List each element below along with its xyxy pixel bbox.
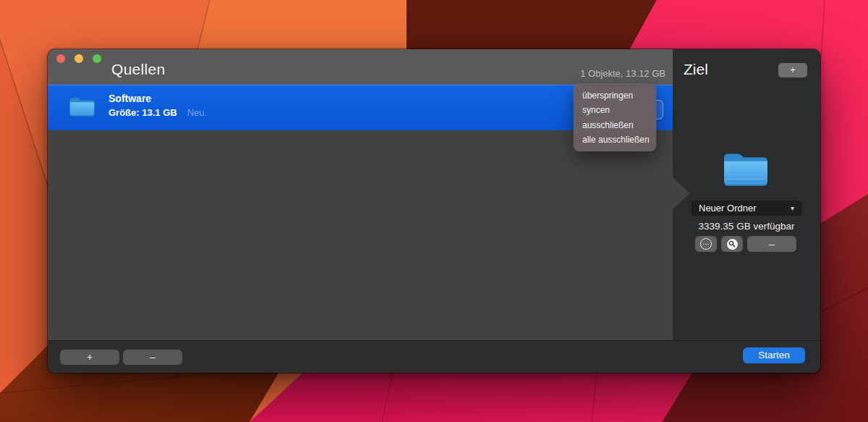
reveal-button[interactable] [721,236,743,252]
page-title: Quellen [111,61,165,78]
menu-item-alle-ausschliessen[interactable]: alle ausschließen [574,133,656,146]
destination-folder-name: Neuer Ordner [699,203,756,214]
menu-item-syncen[interactable]: syncen [574,104,656,117]
destination-folder-select[interactable]: Neuer Ordner ▾ [692,201,801,216]
close-button[interactable] [56,54,65,63]
add-source-button[interactable]: + [60,350,119,365]
chevron-down-icon: ▾ [791,204,794,212]
remove-source-button[interactable]: – [123,350,182,365]
target-mini-toolbar: ⋯ – [695,236,796,252]
context-menu: überspringen syncen ausschließen alle au… [574,84,656,151]
source-row-text: Software Größe: 13.1 GBNeu. [109,93,207,118]
traffic-lights [56,54,101,63]
remove-target-button[interactable]: – [747,236,796,252]
source-size-value: Größe: 13.1 GB [109,107,177,118]
panel-arrow [673,177,690,209]
ellipsis-icon: ⋯ [700,238,712,250]
start-button[interactable]: Starten [743,347,805,363]
titlebar: Quellen 1 Objekte, 13.12 GB [48,49,673,85]
minimize-button[interactable] [75,54,83,63]
zoom-button[interactable] [93,54,101,63]
app-window: Quellen 1 Objekte, 13.12 GB Software Grö… [48,49,820,373]
sources-toolbar: + – [48,340,673,373]
target-folder-icon [722,148,770,187]
source-name: Software [109,93,207,104]
source-new-badge: Neu. [187,107,207,118]
source-size: Größe: 13.1 GBNeu. [109,107,207,118]
target-panel: Ziel + Neuer Ordner ▾ 3339.35 GB verfügb… [673,49,820,373]
more-options-button[interactable]: ⋯ [695,236,717,252]
target-title: Ziel [684,61,708,78]
selection-summary: 1 Objekte, 13.12 GB [580,68,665,79]
source-list-empty [48,130,673,340]
search-icon [727,239,738,250]
menu-item-ueberspringen[interactable]: überspringen [574,89,656,102]
bottombar-divider [48,340,820,341]
menu-item-ausschliessen[interactable]: ausschließen [574,119,656,132]
available-space-label: 3339.35 GB verfügbar [673,221,820,232]
folder-icon [69,95,95,117]
add-target-button[interactable]: + [778,63,807,77]
